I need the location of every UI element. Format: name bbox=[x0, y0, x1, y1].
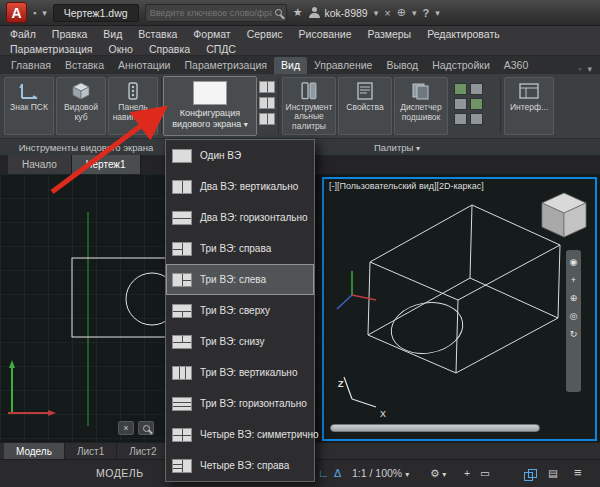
ribbon-tab-insert[interactable]: Вставка bbox=[58, 57, 111, 74]
orbit-icon[interactable]: ◎ bbox=[570, 312, 578, 321]
viewport-tools-panel-label[interactable]: Инструменты видового экрана bbox=[0, 142, 172, 153]
ribbon-tab-manage[interactable]: Управление bbox=[307, 57, 379, 74]
viewport-configuration-button[interactable]: Конфигурация видового экрана ▾ bbox=[163, 76, 257, 136]
units-icon[interactable]: ▭ bbox=[480, 467, 490, 479]
a360-cloud-icon[interactable]: ⊕ bbox=[397, 6, 406, 19]
layout-tab-list1[interactable]: Лист1 bbox=[65, 443, 117, 459]
clean-screen-icon[interactable]: ▤ bbox=[548, 467, 558, 479]
dropdown-item-three-left-selected[interactable]: Три ВЭ: слева bbox=[166, 264, 314, 295]
palette-mini-icon[interactable] bbox=[470, 98, 483, 110]
interface-icon bbox=[517, 81, 541, 101]
signin-key-icon[interactable]: ★ bbox=[293, 6, 303, 19]
sheet-set-manager-button[interactable]: Диспетчер подшивок bbox=[394, 77, 448, 135]
named-viewports-icon[interactable] bbox=[259, 113, 275, 125]
viewcube-button[interactable]: Видовой куб bbox=[56, 77, 106, 135]
pan-icon[interactable]: + bbox=[571, 276, 576, 285]
ribbon-minimize-icon[interactable]: ▾ bbox=[587, 64, 592, 74]
layout-tab-list2[interactable]: Лист2 bbox=[117, 443, 169, 459]
user-dropdown-icon[interactable]: ▾ bbox=[374, 8, 379, 18]
annotation-icon[interactable]: Δ bbox=[334, 467, 341, 479]
annotation-scale-control[interactable]: 1:1 / 100% ▾ bbox=[352, 467, 409, 479]
restore-viewports-icon[interactable] bbox=[259, 97, 275, 109]
menu-tools[interactable]: Сервис bbox=[247, 28, 283, 40]
palettes-panel-label[interactable]: Палитры ▾ bbox=[282, 142, 512, 153]
menu-dimensions[interactable]: Размеры bbox=[368, 28, 412, 40]
ribbon-tab-view[interactable]: Вид bbox=[274, 57, 307, 74]
qat-dropdown-icon[interactable]: ▾ bbox=[42, 8, 47, 18]
interface-label: Интерф... bbox=[506, 103, 552, 113]
steering-wheel-icon[interactable]: ◉ bbox=[570, 258, 578, 267]
a360-dropdown-icon[interactable]: ▾ bbox=[412, 8, 417, 18]
ribbon-divider bbox=[500, 78, 501, 134]
palette-mini-icon[interactable] bbox=[470, 83, 483, 95]
menu-draw[interactable]: Рисование bbox=[299, 28, 352, 40]
dropdown-item-three-right[interactable]: Три ВЭ: справа bbox=[166, 233, 314, 264]
annotation-visibility-icon[interactable]: + bbox=[464, 467, 470, 479]
quick-properties-icon[interactable] bbox=[524, 469, 536, 480]
dropdown-item-single[interactable]: Один ВЭ bbox=[166, 140, 314, 171]
navigation-bar[interactable]: ◉ + ⊕ ◎ ↻ bbox=[566, 250, 581, 392]
ribbon-tab-parametric[interactable]: Параметризация bbox=[178, 57, 275, 74]
username-label[interactable]: kok-8989 bbox=[325, 7, 368, 19]
tool-palettes-button[interactable]: Инструментальные палитры bbox=[282, 77, 336, 135]
palette-mini-icon[interactable] bbox=[470, 113, 483, 125]
help-icon[interactable]: ? bbox=[422, 7, 429, 19]
zoom-extents-icon[interactable]: ⊕ bbox=[570, 294, 578, 303]
search-icon[interactable] bbox=[275, 9, 282, 16]
viewport-right-active[interactable]: [-][Пользовательский вид][2D-каркас] bbox=[322, 177, 597, 441]
workspace-gear-icon[interactable]: ⚙ ▾ bbox=[430, 467, 446, 479]
ribbon-pin-icon[interactable]: ◦ bbox=[578, 64, 581, 74]
search-box[interactable] bbox=[145, 4, 287, 22]
palette-mini-icon[interactable] bbox=[454, 98, 467, 110]
viewcube[interactable] bbox=[542, 193, 586, 237]
palette-mini-icon[interactable] bbox=[454, 83, 467, 95]
menu-file[interactable]: Файл bbox=[10, 28, 36, 40]
close-session-icon[interactable]: × bbox=[384, 7, 390, 19]
menu-view[interactable]: Вид bbox=[103, 28, 122, 40]
join-viewports-icon[interactable] bbox=[259, 81, 275, 93]
close-icon[interactable]: × bbox=[118, 421, 134, 435]
vp-three-vertical-icon bbox=[172, 366, 192, 380]
dropdown-item-three-below[interactable]: Три ВЭ: снизу bbox=[166, 326, 314, 357]
ribbon-tab-a360[interactable]: A360 bbox=[497, 57, 536, 74]
app-logo-button[interactable]: A bbox=[6, 2, 27, 23]
ribbon-tab-annotate[interactable]: Аннотации bbox=[111, 57, 178, 74]
ucs-icon-button[interactable]: Знак ПСК bbox=[4, 77, 54, 135]
isodraft-icon[interactable]: ∟ bbox=[318, 467, 329, 479]
zoom-icon[interactable] bbox=[138, 421, 154, 435]
properties-button[interactable]: Свойства bbox=[338, 77, 392, 135]
customization-menu-icon[interactable]: ≡ bbox=[574, 465, 582, 480]
ribbon-tab-addins[interactable]: Надстройки bbox=[425, 57, 497, 74]
dropdown-item-three-horizontal[interactable]: Три ВЭ: горизонтально bbox=[166, 388, 314, 419]
navigation-bar-button[interactable]: Панель навигации bbox=[108, 77, 158, 135]
showmotion-icon[interactable]: ↻ bbox=[570, 330, 578, 339]
menu-help[interactable]: Справка bbox=[149, 43, 190, 55]
dropdown-item-four-right[interactable]: Четыре ВЭ: справа bbox=[166, 450, 314, 481]
ribbon-tab-output[interactable]: Вывод bbox=[379, 57, 425, 74]
menu-spds[interactable]: СПДС bbox=[206, 43, 236, 55]
menu-modify[interactable]: Редактировать bbox=[427, 28, 500, 40]
viewport-config-label-line1: Конфигурация bbox=[180, 108, 240, 118]
palette-mini-icon[interactable] bbox=[454, 113, 467, 125]
horizontal-scrollbar[interactable] bbox=[330, 424, 540, 432]
help-dropdown-icon[interactable]: ▾ bbox=[435, 8, 440, 18]
dropdown-item-two-vertical[interactable]: Два ВЭ: вертикально bbox=[166, 171, 314, 202]
named-viewport-tools bbox=[257, 76, 277, 136]
menu-edit[interactable]: Правка bbox=[52, 28, 87, 40]
interface-button[interactable]: Интерф... bbox=[504, 77, 554, 135]
dropdown-item-four-equal[interactable]: Четыре ВЭ: симметрично bbox=[166, 419, 314, 450]
dropdown-item-two-horizontal[interactable]: Два ВЭ: горизонтально bbox=[166, 202, 314, 233]
layout-tab-model[interactable]: Модель bbox=[4, 443, 65, 459]
dropdown-item-three-above[interactable]: Три ВЭ: сверху bbox=[166, 295, 314, 326]
ribbon-tab-home[interactable]: Главная bbox=[4, 57, 58, 74]
search-input[interactable] bbox=[150, 8, 272, 18]
file-tab-start[interactable]: Начало bbox=[8, 155, 72, 174]
menu-parametric[interactable]: Параметризация bbox=[10, 43, 93, 55]
model-space-indicator[interactable]: МОДЕЛЬ bbox=[96, 467, 144, 479]
menu-format[interactable]: Формат bbox=[193, 28, 230, 40]
menu-window[interactable]: Окно bbox=[109, 43, 133, 55]
dropdown-item-three-vertical[interactable]: Три ВЭ: вертикально bbox=[166, 357, 314, 388]
qat-icon[interactable]: ▪ bbox=[33, 8, 36, 18]
file-tab-drawing1[interactable]: Чертеж1 bbox=[72, 155, 141, 174]
menu-insert[interactable]: Вставка bbox=[138, 28, 177, 40]
